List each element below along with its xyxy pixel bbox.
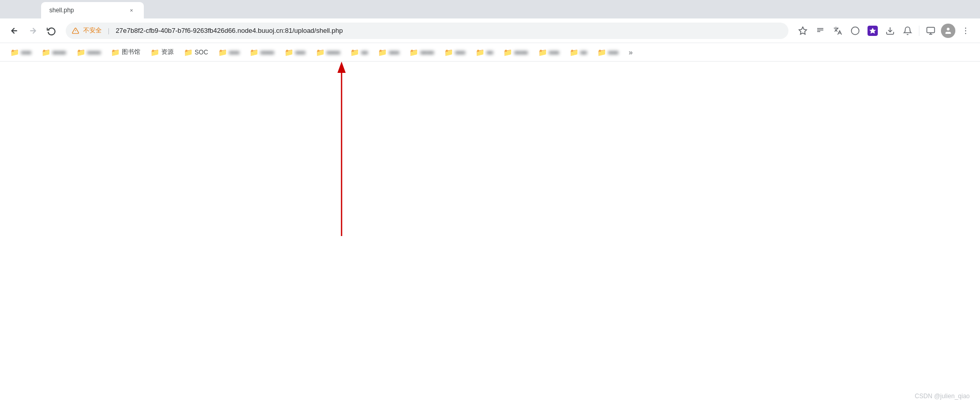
navigation-bar: 不安全 | 27e7b8f2-cfb9-40b7-b7f6-9263fb426d… <box>0 18 980 43</box>
svg-point-10 <box>965 30 966 31</box>
bookmark-item-16[interactable]: 📁 ■■■ <box>534 46 563 58</box>
bookmark-item-11[interactable]: 📁 ■■■ <box>374 46 403 58</box>
svg-point-11 <box>965 33 966 34</box>
folder-icon: 📁 <box>350 48 359 56</box>
svg-rect-5 <box>927 27 935 33</box>
bookmark-item-7[interactable]: 📁 ■■■■ <box>246 46 278 58</box>
bookmark-label-9: ■■■■ <box>327 49 341 55</box>
bookmark-label-16: ■■■ <box>549 49 559 55</box>
forward-button[interactable] <box>25 23 41 39</box>
bookmarks-bar: 📁 ■■■ 📁 ■■■■ 📁 ■■■■ 📁 图书馆 📁 资源 📁 SOC <box>0 43 980 62</box>
bookmark-label-soc: SOC <box>195 49 208 56</box>
bookmark-label-1: ■■■ <box>21 49 31 55</box>
bookmark-label-13: ■■■ <box>455 49 465 55</box>
bookmark-item-15[interactable]: 📁 ■■■■ <box>499 46 532 58</box>
tab-search-button[interactable] <box>922 23 939 39</box>
url-display: 27e7b8f2-cfb9-40b7-b7f6-9263fb426d66.nod… <box>116 27 782 34</box>
profile-button[interactable] <box>940 23 956 39</box>
tab-close-button[interactable]: × <box>127 6 136 14</box>
bookmark-star-button[interactable] <box>795 23 811 39</box>
bookmark-label-17: ■■ <box>580 49 587 55</box>
tab-title: shell.php <box>49 7 123 14</box>
bookmark-label-2: ■■■■ <box>52 49 66 55</box>
toolbar-icons <box>795 23 974 39</box>
bookmark-item-soc[interactable]: 📁 SOC <box>180 46 212 58</box>
address-bar[interactable]: 不安全 | 27e7b8f2-cfb9-40b7-b7f6-9263fb426d… <box>66 23 788 39</box>
watermark: CSDN @julien_qiao <box>915 393 970 400</box>
extensions-diamond-icon <box>868 26 878 36</box>
bookmark-item-more[interactable]: » <box>625 46 637 58</box>
folder-icon: 📁 <box>77 48 85 56</box>
bookmark-item-2[interactable]: 📁 ■■■■ <box>37 46 70 58</box>
reader-mode-button[interactable] <box>812 23 828 39</box>
folder-icon: 📁 <box>444 48 453 56</box>
bookmark-item-9[interactable]: 📁 ■■■■ <box>312 46 345 58</box>
svg-marker-2 <box>799 27 807 34</box>
bookmark-label-resources: 资源 <box>161 48 174 56</box>
bookmark-label-8: ■■■ <box>295 49 306 55</box>
folder-icon: 📁 <box>218 48 227 56</box>
folder-icon: 📁 <box>10 48 19 56</box>
folder-icon: 📁 <box>42 48 50 56</box>
bookmark-item-14[interactable]: 📁 ■■ <box>472 46 497 58</box>
bookmark-item-library[interactable]: 📁 图书馆 <box>107 46 144 58</box>
address-bar-container: 不安全 | 27e7b8f2-cfb9-40b7-b7f6-9263fb426d… <box>66 23 788 39</box>
bookmark-label-18: ■■■ <box>608 49 618 55</box>
tab-bar: shell.php × <box>0 0 980 18</box>
folder-icon: 📁 <box>150 48 159 56</box>
bookmark-label-6: ■■■ <box>229 49 239 55</box>
bookmark-item-12[interactable]: 📁 ■■■■ <box>405 46 438 58</box>
bookmark-item-1[interactable]: 📁 ■■■ <box>6 46 35 58</box>
bookmark-label-12: ■■■■ <box>420 49 434 55</box>
folder-icon: 📁 <box>476 48 484 56</box>
downloads-button[interactable] <box>882 23 898 39</box>
bookmark-item-17[interactable]: 📁 ■■ <box>566 46 591 58</box>
cookie-icon-button[interactable] <box>847 23 863 39</box>
folder-icon: 📁 <box>570 48 578 56</box>
folder-icon: 📁 <box>378 48 387 56</box>
folder-icon: 📁 <box>316 48 325 56</box>
back-button[interactable] <box>6 23 23 39</box>
folder-icon: 📁 <box>503 48 512 56</box>
security-label: 不安全 <box>83 26 102 35</box>
bookmark-label-7: ■■■■ <box>260 49 274 55</box>
watermark-text: CSDN @julien_qiao <box>915 393 970 400</box>
folder-icon: 📁 <box>184 48 193 56</box>
bookmark-item-13[interactable]: 📁 ■■■ <box>440 46 469 58</box>
folder-icon: 📁 <box>285 48 293 56</box>
translate-button[interactable] <box>830 23 846 39</box>
folder-icon: 📁 <box>250 48 258 56</box>
svg-point-8 <box>947 28 949 30</box>
bookmark-item-6[interactable]: 📁 ■■■ <box>214 46 243 58</box>
page-content <box>0 62 980 410</box>
bookmark-label-11: ■■■ <box>389 49 399 55</box>
security-warning-icon <box>72 27 79 34</box>
bookmark-label-14: ■■ <box>486 49 493 55</box>
browser-chrome: shell.php × <box>0 0 980 62</box>
bookmark-label-library: 图书馆 <box>122 48 140 56</box>
extensions-button[interactable] <box>864 23 881 39</box>
folder-icon: 📁 <box>597 48 606 56</box>
folder-icon: 📁 <box>538 48 547 56</box>
annotation-arrow <box>331 62 352 236</box>
bookmark-item-8[interactable]: 📁 ■■■ <box>280 46 310 58</box>
folder-icon: 📁 <box>111 48 120 56</box>
svg-marker-13 <box>337 62 346 73</box>
bookmark-label-3: ■■■■ <box>87 49 101 55</box>
profile-avatar <box>941 24 955 38</box>
bookmark-label-10: ■■ <box>361 49 368 55</box>
menu-button[interactable] <box>957 23 974 39</box>
toolbar-divider <box>919 26 919 36</box>
reload-button[interactable] <box>43 23 60 39</box>
active-tab[interactable]: shell.php × <box>41 2 144 18</box>
url-separator: | <box>108 27 109 34</box>
bookmark-item-10[interactable]: 📁 ■■ <box>346 46 372 58</box>
bookmark-item-resources[interactable]: 📁 资源 <box>146 46 178 58</box>
notifications-button[interactable] <box>899 23 916 39</box>
bookmark-item-18[interactable]: 📁 ■■■ <box>593 46 623 58</box>
svg-point-9 <box>965 27 966 28</box>
bookmark-label-15: ■■■■ <box>514 49 528 55</box>
bookmarks-overflow-icon: » <box>629 48 633 56</box>
bookmark-item-3[interactable]: 📁 ■■■■ <box>72 46 105 58</box>
folder-icon: 📁 <box>409 48 418 56</box>
